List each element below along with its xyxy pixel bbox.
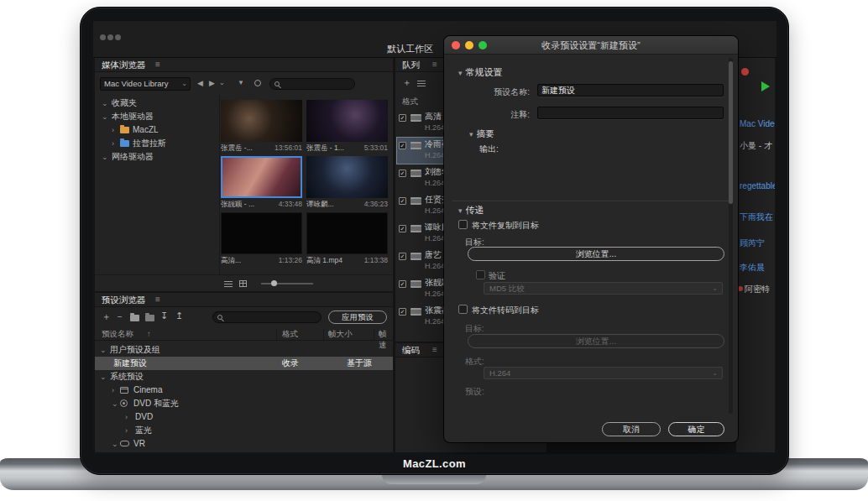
tree-item-network-drives[interactable]: ⌄ 网络驱动器 bbox=[95, 150, 219, 164]
checkbox-checked[interactable]: ✓ bbox=[399, 142, 406, 149]
window-zoom-icon[interactable] bbox=[115, 34, 121, 40]
play-icon[interactable] bbox=[761, 81, 770, 91]
add-source-icon[interactable]: ＋ bbox=[402, 76, 411, 89]
dialog-titlebar[interactable]: 收录预设设置“新建预设” bbox=[444, 36, 738, 55]
workspace-tab[interactable]: 默认工作区 bbox=[387, 43, 433, 55]
playlist-item[interactable]: 李佑晨 bbox=[740, 262, 765, 274]
apply-preset-button[interactable]: 应用预设 bbox=[328, 311, 387, 324]
clip-icon bbox=[410, 197, 421, 205]
section-general[interactable]: ▾常规设置 bbox=[458, 66, 503, 79]
preset-name-label: 预设名称: bbox=[452, 86, 530, 98]
forward-icon[interactable]: ▶ bbox=[209, 79, 215, 87]
preset-browser-tab[interactable]: 预设浏览器 bbox=[102, 295, 146, 306]
checkbox-checked[interactable]: ✓ bbox=[399, 253, 406, 260]
playlist-item[interactable]: 阿密特 bbox=[745, 284, 770, 295]
new-group-icon[interactable] bbox=[130, 315, 139, 321]
checkbox-checked[interactable]: ✓ bbox=[399, 280, 406, 288]
preset-name-input[interactable] bbox=[537, 84, 724, 97]
clip-duration: 1:13:38 bbox=[364, 256, 388, 266]
thumbnail-view-icon[interactable] bbox=[239, 280, 247, 287]
preset-row-new-preset[interactable]: 新建预设 收录 基于源 bbox=[95, 357, 393, 370]
filter-icon[interactable]: ▼ bbox=[238, 79, 244, 86]
media-search-input[interactable] bbox=[269, 78, 355, 90]
format-value: H.264 bbox=[489, 368, 510, 378]
eye-icon[interactable] bbox=[254, 80, 261, 86]
zoom-slider-knob[interactable] bbox=[271, 280, 277, 286]
cancel-button[interactable]: 取消 bbox=[602, 422, 661, 436]
remove-preset-icon[interactable]: － bbox=[115, 311, 124, 323]
encode-tab[interactable]: 编码 bbox=[402, 345, 420, 357]
back-icon[interactable]: ◀ bbox=[197, 79, 203, 87]
media-clip[interactable]: 谭咏麟...4:36:23 bbox=[306, 156, 388, 210]
media-clip[interactable]: 张震岳 - 1...5:33:01 bbox=[306, 100, 388, 154]
checkbox-checked[interactable]: ✓ bbox=[399, 197, 406, 205]
dialog-scrollbar-thumb[interactable] bbox=[729, 61, 733, 204]
window-minimize-icon[interactable] bbox=[107, 34, 113, 40]
transcode-files-checkbox[interactable] bbox=[458, 305, 468, 314]
checkbox-checked[interactable]: ✓ bbox=[399, 170, 406, 177]
source-dropdown-value: Mac Video Library bbox=[104, 79, 168, 88]
preset-settings-icon[interactable] bbox=[145, 315, 154, 321]
media-clip[interactable]: 张震岳 -...13:56:01 bbox=[221, 100, 302, 154]
browse-location-button[interactable]: 浏览位置... bbox=[468, 247, 724, 261]
ok-button[interactable]: 确定 bbox=[668, 422, 724, 436]
media-clip-selected[interactable]: 张靓颖 - ...4:33:48 bbox=[221, 156, 302, 210]
import-preset-icon[interactable]: ↧ bbox=[160, 311, 168, 321]
section-summary[interactable]: ▾摘要 bbox=[469, 128, 494, 140]
chevron-right-icon: › bbox=[112, 137, 114, 150]
export-preset-icon[interactable]: ↥ bbox=[175, 311, 183, 321]
source-dropdown[interactable]: Mac Video Library ⌄ bbox=[100, 77, 191, 91]
chevron-right-icon: › bbox=[112, 123, 114, 137]
queue-format-column[interactable]: 格式 bbox=[402, 97, 418, 107]
panel-menu-icon[interactable]: ≡ bbox=[155, 295, 160, 304]
ingest-settings-dialog: 收录预设设置“新建预设” ▾常规设置 预设名称: 注释: ▾摘要 输出: ▾传递 bbox=[444, 36, 738, 442]
playlist-item[interactable]: regettable! bbox=[740, 181, 775, 190]
close-icon[interactable] bbox=[452, 41, 460, 50]
section-summary-label: 摘要 bbox=[477, 128, 494, 138]
section-transfer[interactable]: ▾传递 bbox=[458, 204, 484, 217]
playlist-item[interactable]: 顾芮宁 bbox=[740, 237, 765, 249]
queue-list-icon[interactable] bbox=[417, 81, 426, 86]
preset-group-dvd-bluray[interactable]: ⌄ DVD 和蓝光 bbox=[95, 397, 393, 410]
panel-menu-icon[interactable]: ≡ bbox=[155, 60, 160, 69]
preset-search-input[interactable] bbox=[212, 311, 322, 323]
preset-group-dvd[interactable]: › DVD bbox=[95, 410, 393, 424]
playlist-item[interactable]: 小曼 - 才 bbox=[740, 140, 772, 152]
preset-group-system[interactable]: ⌄ 系统预设 bbox=[95, 370, 393, 384]
queue-tab[interactable]: 队列 bbox=[402, 60, 420, 71]
tree-item-favorites[interactable]: ⌄ 收藏夹 bbox=[95, 97, 219, 110]
column-name[interactable]: 预设名称 bbox=[102, 329, 133, 340]
tree-item-laplace[interactable]: › 拉普拉斯 bbox=[95, 137, 219, 150]
playlist-item[interactable]: Mac Video bbox=[740, 119, 775, 128]
zoom-slider[interactable] bbox=[261, 283, 313, 284]
playlist-item[interactable]: 下雨我在 bbox=[740, 211, 773, 223]
column-frame-size[interactable]: 帧大小 bbox=[328, 329, 353, 340]
minimize-icon[interactable] bbox=[465, 41, 473, 50]
column-format[interactable]: 格式 bbox=[282, 329, 298, 340]
panel-menu-icon[interactable]: ≡ bbox=[432, 60, 437, 69]
media-clip[interactable]: 高清...1:13:26 bbox=[221, 212, 302, 266]
preset-group-user[interactable]: ⌄ 用户预设及组 bbox=[95, 343, 393, 357]
clip-name: 高清 1.mp4 bbox=[306, 256, 342, 266]
record-icon[interactable] bbox=[741, 68, 749, 76]
checkbox-checked[interactable]: ✓ bbox=[399, 225, 406, 232]
preset-group-vr[interactable]: ⌄ VR bbox=[95, 437, 393, 451]
panel-menu-icon[interactable]: ≡ bbox=[432, 345, 437, 354]
media-browser-tab[interactable]: 媒体浏览器 bbox=[102, 60, 146, 71]
checkbox-checked[interactable]: ✓ bbox=[399, 308, 406, 316]
premiere-app: 默认工作区 媒体浏览器 ≡ Mac Video Library ⌄ ◀ ▶ ⌄ … bbox=[93, 21, 776, 454]
preset-group-cinema[interactable]: › Cinema bbox=[95, 384, 393, 397]
zoom-icon[interactable] bbox=[478, 41, 487, 50]
window-close-icon[interactable] bbox=[100, 34, 106, 40]
preset-group-bluray[interactable]: › 蓝光 bbox=[95, 424, 393, 437]
tree-item-local-drives[interactable]: ⌄ 本地驱动器 bbox=[95, 110, 219, 123]
media-clip[interactable]: 高清 1.mp41:13:38 bbox=[306, 212, 388, 266]
preset-row-label: 系统预设 bbox=[110, 370, 144, 384]
tree-item-maczl[interactable]: › MacZL bbox=[95, 123, 219, 137]
copy-files-checkbox[interactable] bbox=[458, 220, 468, 229]
add-preset-icon[interactable]: ＋ bbox=[102, 311, 111, 323]
recent-locations-icon[interactable]: ⌄ bbox=[219, 79, 225, 86]
checkbox-checked[interactable]: ✓ bbox=[399, 114, 406, 122]
comment-input[interactable] bbox=[537, 107, 724, 119]
list-view-icon[interactable] bbox=[224, 281, 233, 287]
